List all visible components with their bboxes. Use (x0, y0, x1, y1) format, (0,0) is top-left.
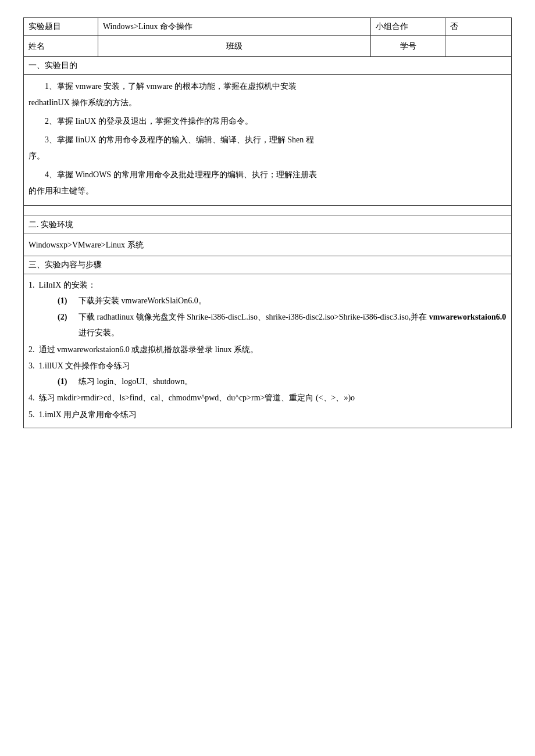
experiment-value: Windows>Linux 命令操作 (98, 18, 370, 36)
step4: 4. 练习 mkdir>rmdir>cd、ls>find、cal、chmodmv… (28, 390, 507, 406)
section3-header-row: 三、实验内容与步骤 (24, 256, 512, 274)
section2-content: Windowsxp>VMware>Linux 系统 (24, 234, 512, 256)
step3-text: 3. 1.illUX 文件操作命令练习 (28, 361, 130, 370)
spacer-row1 (24, 206, 512, 216)
section1-item1: 1、掌握 vmware 安装，了解 vmware 的根本功能，掌握在虚拟机中安装… (28, 78, 507, 111)
step3: 3. 1.illUX 文件操作命令练习 (1) 练习 login、logoUI、… (28, 359, 507, 389)
step1-sub2: (2) 下载 radhatlinux 镜像光盘文件 Shrike-i386-di… (58, 310, 507, 341)
section1-item3: 3、掌握 IinUX 的常用命令及程序的输入、编辑、编译、执行，理解 Shen … (28, 132, 507, 164)
class-label: 班级 (98, 36, 370, 57)
step1-sub2-num: (2) (58, 310, 74, 341)
step3-sub1-num: (1) (58, 374, 74, 390)
section1-content: 1、掌握 vmware 安装，了解 vmware 的根本功能，掌握在虚拟机中安装… (24, 75, 512, 206)
name-label: 姓名 (24, 36, 98, 57)
group-label: 小组合作 (371, 18, 445, 36)
section1-title: 一、实验目的 (24, 57, 512, 75)
step1-sub1-text: 下载并安装 vmwareWorkSlaiOn6.0。 (79, 293, 206, 309)
section2-content-row: Windowsxp>VMware>Linux 系统 (24, 234, 512, 256)
step1-num: 1. LiInIX 的安装： (28, 281, 96, 289)
section1-item4: 4、掌握 WindOWS 的常用常用命令及批处理程序的编辑、执行；理解注册表的作… (28, 167, 507, 199)
name-row: 姓名 班级 学号 (24, 36, 512, 57)
step5-text: 5. 1.imlX 用户及常用命令练习 (28, 410, 137, 419)
experiment-label: 实验题目 (24, 18, 98, 36)
id-value (445, 36, 512, 57)
section3-title: 三、实验内容与步骤 (24, 256, 512, 274)
step3-sub1: (1) 练习 login、logoUI、shutdown。 (58, 374, 507, 390)
step2: 2. 通过 vmwareworkstaion6.0 或虚拟机播放器录登录 lin… (28, 342, 507, 358)
section2-header-row: 二. 实验环境 (24, 216, 512, 234)
step4-text: 4. 练习 mkdir>rmdir>cd、ls>find、cal、chmodmv… (28, 393, 355, 402)
step5: 5. 1.imlX 用户及常用命令练习 (28, 407, 507, 423)
step1: 1. LiInIX 的安装： (1) 下载并安装 vmwareWorkSlaiO… (28, 278, 507, 341)
step1-sub2-text: 下载 radhatlinux 镜像光盘文件 Shrike-i386-discL.… (79, 310, 507, 341)
step2-text: 2. 通过 vmwareworkstaion6.0 或虚拟机播放器录登录 lin… (28, 345, 258, 354)
section1-item2: 2、掌握 IinUX 的登录及退出，掌握文件操作的常用命令。 (28, 113, 507, 130)
step3-sub1-text: 练习 login、logoUI、shutdown。 (79, 374, 192, 390)
section3-content-row: 1. LiInIX 的安装： (1) 下载并安装 vmwareWorkSlaiO… (24, 274, 512, 428)
id-label: 学号 (371, 36, 445, 57)
step1-sub1: (1) 下载并安装 vmwareWorkSlaiOn6.0。 (58, 293, 507, 309)
header-row: 实验题目 Windows>Linux 命令操作 小组合作 否 (24, 18, 512, 36)
section2-title: 二. 实验环境 (24, 216, 512, 234)
section1-header-row: 一、实验目的 (24, 57, 512, 75)
group-value: 否 (445, 18, 512, 36)
section3-content: 1. LiInIX 的安装： (1) 下载并安装 vmwareWorkSlaiO… (24, 274, 512, 428)
step1-sub1-num: (1) (58, 293, 74, 309)
section1-content-row: 1、掌握 vmware 安装，了解 vmware 的根本功能，掌握在虚拟机中安装… (24, 75, 512, 206)
